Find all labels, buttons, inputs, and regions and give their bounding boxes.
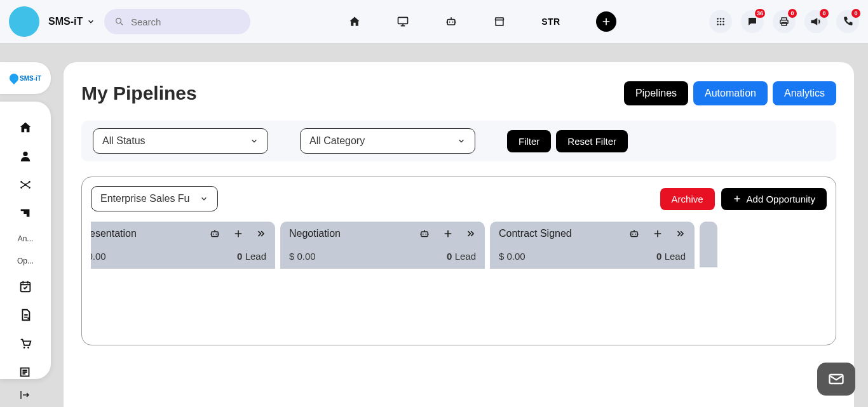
- sidebar-user-icon[interactable]: [18, 149, 33, 164]
- robot-icon[interactable]: [445, 15, 458, 28]
- reset-filter-button[interactable]: Reset Filter: [556, 130, 628, 152]
- monitor-icon[interactable]: [397, 15, 409, 28]
- plus-icon[interactable]: [653, 229, 663, 239]
- home-icon[interactable]: [348, 15, 361, 28]
- tab-analytics[interactable]: Analytics: [773, 81, 836, 105]
- archive-button[interactable]: Archive: [660, 188, 715, 210]
- topbar-right: 36 0 0 0: [709, 10, 859, 33]
- chevron-down-icon: [86, 17, 95, 26]
- sidebar-news-icon[interactable]: [18, 364, 33, 379]
- sidebar-calendar-icon[interactable]: [18, 279, 33, 294]
- chevron-down-icon: [250, 137, 259, 145]
- store-icon[interactable]: [493, 15, 506, 28]
- phone-icon[interactable]: 0: [836, 10, 859, 33]
- column-lead-label: Lead: [245, 251, 266, 262]
- column-amount: $ 0.00: [289, 251, 316, 262]
- category-select-value: All Category: [309, 135, 365, 147]
- search-input[interactable]: [131, 17, 240, 27]
- column-title: Negotiation: [289, 228, 341, 239]
- announce-badge: 0: [820, 9, 829, 18]
- robot-icon[interactable]: [628, 228, 640, 239]
- print-icon[interactable]: 0: [773, 10, 796, 33]
- top-nav-icons: STR: [348, 11, 616, 32]
- column-amount: $ 0.00: [91, 251, 106, 262]
- avatar[interactable]: [9, 6, 39, 37]
- column-lead-label: Lead: [665, 251, 686, 262]
- chat-badge: 36: [755, 9, 765, 18]
- status-select-value: All Status: [102, 135, 146, 147]
- double-chevron-icon[interactable]: [675, 229, 686, 239]
- page-tabs: Pipelines Automation Analytics: [624, 81, 836, 105]
- sidebar-logo[interactable]: SMS-iT: [0, 62, 51, 94]
- sidebar-exit-icon[interactable]: [19, 389, 31, 401]
- announce-icon[interactable]: 0: [804, 10, 827, 33]
- sidebar-cart-icon[interactable]: [18, 336, 33, 350]
- column-amount: $ 0.00: [499, 251, 526, 262]
- topbar: SMS-iT STR 36 0 0 0: [0, 0, 868, 43]
- tab-automation[interactable]: Automation: [693, 81, 768, 105]
- plus-icon[interactable]: [443, 229, 453, 239]
- add-opportunity-button[interactable]: Add Opportunity: [721, 188, 827, 210]
- sidebar-item-an[interactable]: An...: [6, 234, 44, 243]
- pipeline-card: Enterprise Sales Fu Archive Add Opportun…: [81, 177, 836, 345]
- apps-grid-icon[interactable]: [709, 10, 732, 33]
- chevron-down-icon: [457, 137, 466, 145]
- column-title: Contract Signed: [499, 228, 572, 239]
- brand-label: SMS-iT: [48, 16, 83, 27]
- filter-button[interactable]: Filter: [507, 130, 551, 152]
- sidebar-network-icon[interactable]: [18, 178, 33, 192]
- add-button[interactable]: [596, 11, 616, 32]
- sidebar-steps-icon[interactable]: [18, 206, 33, 220]
- phone-badge: 0: [851, 9, 860, 18]
- sidebar: An... Op...: [0, 102, 51, 379]
- pipeline-column: Negotiation $ 0.00 0 Lead: [280, 222, 485, 269]
- column-lead-count: 0: [447, 251, 452, 262]
- search-box[interactable]: [104, 9, 250, 34]
- column-lead-count: 0: [237, 251, 242, 262]
- chevron-down-icon: [200, 194, 208, 203]
- print-badge: 0: [788, 9, 797, 18]
- funnel-select[interactable]: Enterprise Sales Fu: [91, 186, 218, 211]
- category-select[interactable]: All Category: [300, 128, 475, 154]
- sidebar-doc-icon[interactable]: [18, 308, 33, 323]
- plus-icon: [733, 194, 742, 203]
- column-lead-label: Lead: [455, 251, 476, 262]
- pipeline-column: Presentation $ 0.00 0 Lead: [91, 222, 275, 269]
- funnel-select-value: Enterprise Sales Fu: [100, 193, 190, 204]
- tab-pipelines[interactable]: Pipelines: [624, 81, 688, 105]
- pipeline-column: Contract Signed $ 0.00 0 Lead: [490, 222, 695, 269]
- mail-icon: [827, 370, 845, 388]
- add-opportunity-label: Add Opportunity: [747, 194, 815, 204]
- str-link[interactable]: STR: [541, 17, 560, 27]
- brand-dropdown[interactable]: SMS-iT: [48, 16, 95, 27]
- pipeline-column: [700, 222, 712, 269]
- sidebar-item-op[interactable]: Op...: [6, 257, 44, 265]
- filter-bar: All Status All Category Filter Reset Fil…: [81, 121, 836, 161]
- double-chevron-icon[interactable]: [466, 229, 476, 239]
- search-icon: [114, 16, 125, 27]
- main-panel: My Pipelines Pipelines Automation Analyt…: [64, 62, 854, 407]
- column-title: Presentation: [91, 228, 137, 239]
- robot-icon[interactable]: [209, 228, 220, 239]
- mail-widget-button[interactable]: [817, 363, 855, 396]
- page-title: My Pipelines: [81, 83, 197, 104]
- double-chevron-icon[interactable]: [256, 229, 266, 239]
- robot-icon[interactable]: [419, 228, 430, 239]
- column-lead-count: 0: [656, 251, 661, 262]
- sidebar-home-icon[interactable]: [18, 121, 33, 135]
- chat-icon[interactable]: 36: [741, 10, 764, 33]
- pipeline-columns: 0 Lead Presentation $ 0.00 0 Lead: [91, 222, 827, 345]
- status-select[interactable]: All Status: [93, 128, 268, 154]
- plus-icon[interactable]: [233, 229, 243, 239]
